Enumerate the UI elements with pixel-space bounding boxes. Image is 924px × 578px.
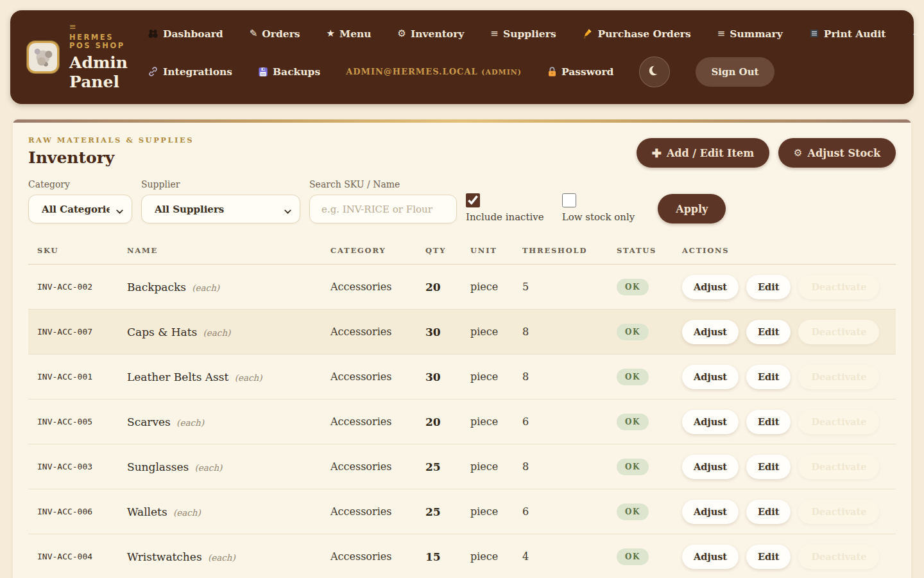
deactivate-button[interactable]: Deactivate bbox=[798, 365, 879, 389]
row-unit: piece bbox=[470, 281, 522, 293]
theme-toggle-button[interactable] bbox=[639, 57, 670, 87]
row-unit: piece bbox=[470, 505, 522, 518]
row-name: Sunglasses (each) bbox=[127, 460, 330, 473]
search-input[interactable] bbox=[309, 195, 457, 223]
pencil-icon: ✎ bbox=[250, 28, 258, 39]
row-category: Accessories bbox=[330, 550, 425, 563]
adjust-button[interactable]: Adjust bbox=[682, 365, 739, 389]
adjust-stock-button[interactable]: ⚙ Adjust Stock bbox=[778, 138, 896, 168]
col-sku: SKU bbox=[37, 246, 127, 255]
edit-button[interactable]: Edit bbox=[746, 500, 791, 524]
supplier-select[interactable]: All Suppliers bbox=[141, 195, 300, 223]
row-unit-note: (each) bbox=[192, 462, 222, 473]
row-name: Caps & Hats (each) bbox=[127, 326, 330, 338]
row-unit-note: (each) bbox=[189, 283, 219, 293]
table-row: INV-ACC-001 Leather Belts Asst (each) Ac… bbox=[28, 355, 896, 399]
row-threshold: 8 bbox=[522, 371, 617, 383]
edit-button[interactable]: Edit bbox=[746, 545, 791, 569]
include-inactive-group: Include inactive bbox=[466, 193, 544, 223]
link-icon bbox=[148, 66, 158, 77]
plus-icon: ✚ bbox=[652, 146, 662, 160]
supplier-filter-label: Supplier bbox=[141, 179, 300, 189]
edit-button[interactable]: Edit bbox=[746, 275, 791, 299]
table-row: INV-ACC-007 Caps & Hats (each) Accessori… bbox=[28, 310, 896, 355]
col-status: STATUS bbox=[617, 246, 682, 255]
admin-panel-title: Admin Panel bbox=[69, 53, 128, 92]
nav-password[interactable]: Password bbox=[547, 66, 613, 78]
edit-button[interactable]: Edit bbox=[746, 320, 791, 344]
lock-icon bbox=[547, 66, 557, 77]
adjust-button[interactable]: Adjust bbox=[682, 500, 739, 524]
nav-purchase-orders[interactable]: Purchase Orders bbox=[583, 28, 691, 40]
adjust-button[interactable]: Adjust bbox=[682, 455, 739, 479]
nav-menu[interactable]: ★ Menu bbox=[327, 28, 372, 40]
account-role: (ADMIN) bbox=[481, 68, 522, 76]
row-name: Backpacks (each) bbox=[127, 281, 330, 293]
main-nav: Dashboard ✎ Orders ★ Menu ⚙ Inventory ≡ … bbox=[148, 28, 924, 87]
nav-suppliers[interactable]: ≡ Suppliers bbox=[490, 28, 556, 40]
deactivate-button[interactable]: Deactivate bbox=[798, 410, 879, 434]
status-badge: OK bbox=[617, 279, 649, 295]
sign-out-button[interactable]: Sign Out bbox=[696, 57, 774, 87]
edit-button[interactable]: Edit bbox=[746, 455, 791, 479]
table-row: INV-ACC-005 Scarves (each) Accessories 2… bbox=[28, 399, 896, 444]
row-qty: 25 bbox=[425, 460, 470, 473]
nav-integrations[interactable]: Integrations bbox=[148, 66, 232, 78]
col-unit: UNIT bbox=[470, 246, 522, 255]
row-threshold: 5 bbox=[522, 281, 617, 293]
nav-dashboard[interactable]: Dashboard bbox=[148, 28, 223, 40]
adjust-button[interactable]: Adjust bbox=[682, 545, 739, 569]
low-stock-checkbox[interactable] bbox=[562, 193, 576, 207]
adjust-button[interactable]: Adjust bbox=[682, 320, 739, 344]
deactivate-button[interactable]: Deactivate bbox=[798, 500, 879, 524]
row-qty: 20 bbox=[425, 416, 470, 428]
low-stock-group: Low stock only bbox=[562, 193, 635, 223]
row-category: Accessories bbox=[330, 505, 425, 518]
row-unit-note: (each) bbox=[232, 372, 262, 383]
row-unit: piece bbox=[470, 326, 522, 338]
col-category: CATEGORY bbox=[330, 246, 425, 255]
table-row: INV-ACC-004 Wristwatches (each) Accessor… bbox=[28, 534, 896, 578]
deactivate-button[interactable]: Deactivate bbox=[798, 455, 879, 479]
moon-icon bbox=[647, 64, 662, 80]
adjust-button[interactable]: Adjust bbox=[682, 275, 739, 299]
row-unit: piece bbox=[470, 460, 522, 473]
row-category: Accessories bbox=[330, 416, 425, 428]
inventory-table: SKU NAME CATEGORY QTY UNIT THRESHOLD STA… bbox=[28, 236, 896, 578]
edit-button[interactable]: Edit bbox=[746, 410, 791, 434]
nav-orders[interactable]: ✎ Orders bbox=[250, 28, 300, 40]
edit-button[interactable]: Edit bbox=[746, 365, 791, 389]
deactivate-button[interactable]: Deactivate bbox=[798, 320, 879, 344]
nav-team[interactable]: + Team bbox=[912, 28, 924, 40]
account-email: ADMIN@HERMES.LOCAL (ADMIN) bbox=[346, 67, 522, 76]
brand-block: ≡ HERMESPOS SHOP Admin Panel bbox=[27, 22, 128, 91]
row-threshold: 4 bbox=[522, 550, 617, 563]
nav-backups[interactable]: Backups bbox=[258, 66, 320, 78]
deactivate-button[interactable]: Deactivate bbox=[798, 545, 879, 569]
table-row: INV-ACC-003 Sunglasses (each) Accessorie… bbox=[28, 444, 896, 489]
printer-icon bbox=[809, 28, 819, 39]
status-badge: OK bbox=[617, 548, 649, 565]
add-edit-item-button[interactable]: ✚ Add / Edit Item bbox=[637, 138, 769, 168]
row-threshold: 8 bbox=[522, 326, 617, 338]
page-title: Inventory bbox=[28, 148, 194, 167]
nav-inventory[interactable]: ⚙ Inventory bbox=[398, 28, 465, 40]
apply-button[interactable]: Apply bbox=[658, 194, 726, 223]
row-threshold: 6 bbox=[522, 505, 617, 518]
deactivate-button[interactable]: Deactivate bbox=[798, 275, 879, 299]
status-badge: OK bbox=[617, 369, 649, 385]
row-threshold: 6 bbox=[522, 416, 617, 428]
row-name: Wallets (each) bbox=[127, 505, 330, 518]
adjust-button[interactable]: Adjust bbox=[682, 410, 739, 434]
nav-print-audit[interactable]: Print Audit bbox=[809, 28, 886, 40]
status-badge: OK bbox=[617, 414, 649, 430]
row-category: Accessories bbox=[330, 371, 425, 383]
app-header: ≡ HERMESPOS SHOP Admin Panel Dashboard ✎… bbox=[10, 10, 914, 104]
status-badge: OK bbox=[617, 459, 649, 475]
table-row: INV-ACC-006 Wallets (each) Accessories 2… bbox=[28, 489, 896, 534]
nav-summary[interactable]: ≡ Summary bbox=[717, 28, 783, 40]
inventory-card: RAW MATERIALS & SUPPLIES Inventory ✚ Add… bbox=[13, 119, 911, 578]
row-threshold: 8 bbox=[522, 460, 617, 473]
category-select[interactable]: All Categories bbox=[28, 195, 132, 223]
include-inactive-checkbox[interactable] bbox=[466, 193, 480, 207]
